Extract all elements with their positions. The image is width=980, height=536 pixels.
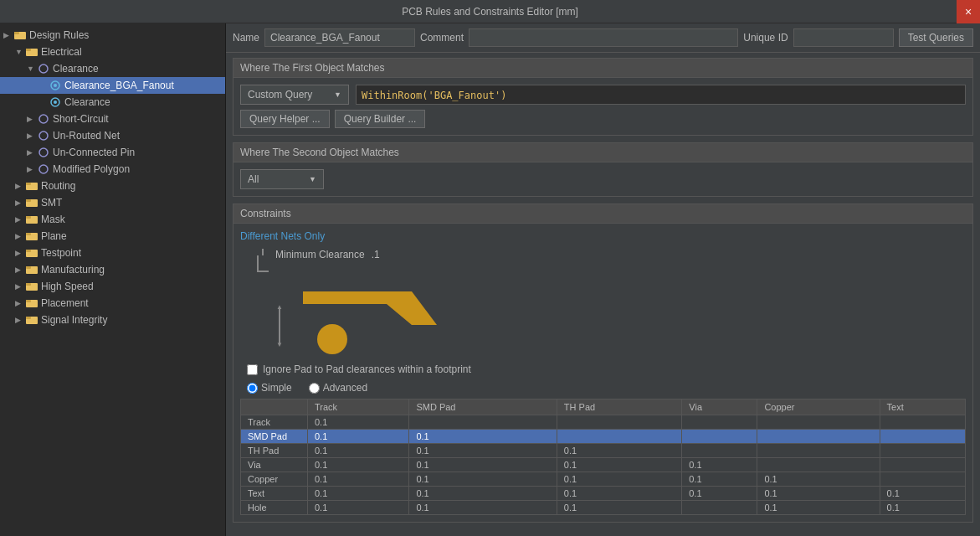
tree-item-clearance-group[interactable]: ▼Clearance [0, 60, 225, 77]
tree-item-modified-polygon[interactable]: ▶Modified Polygon [0, 161, 225, 178]
tree-icon-design-rules [13, 28, 27, 42]
table-header-1: Track [308, 399, 409, 415]
tree-item-clearance-sub[interactable]: Clearance [0, 94, 225, 111]
tree-item-design-rules[interactable]: ▶Design Rules [0, 27, 225, 44]
tree-item-placement[interactable]: ▶Placement [0, 295, 225, 312]
advanced-radio[interactable] [309, 383, 320, 394]
tree-item-mask[interactable]: ▶Mask [0, 211, 225, 228]
comment-input[interactable] [469, 28, 738, 47]
tree-label-manufacturing: Manufacturing [41, 264, 105, 276]
svg-point-11 [39, 148, 48, 157]
tree-item-signal-integrity[interactable]: ▶Signal Integrity [0, 312, 225, 328]
table-cell-4-0: Copper [241, 472, 308, 487]
tree-item-un-routed-net[interactable]: ▶Un-Routed Net [0, 127, 225, 144]
tree-icon-signal-integrity [25, 313, 38, 327]
all-dropdown[interactable]: All ▼ [240, 169, 324, 189]
svg-point-4 [39, 64, 48, 73]
second-object-header: Where The Second Object Matches [233, 143, 972, 162]
tree-arrow-routing: ▶ [15, 182, 25, 190]
svg-point-6 [54, 84, 57, 87]
table-cell-5-6: 0.1 [880, 487, 965, 501]
second-object-section: Where The Second Object Matches All ▼ [233, 142, 973, 197]
svg-rect-14 [26, 183, 31, 185]
table-cell-5-4: 0.1 [682, 487, 757, 501]
tree-item-un-connected-pin[interactable]: ▶Un-Connected Pin [0, 144, 225, 161]
table-cell-6-5: 0.1 [757, 501, 880, 515]
tree-label-clearance-bga-fanout: Clearance_BGA_Fanout [64, 80, 174, 91]
tree-item-high-speed[interactable]: ▶High Speed [0, 278, 225, 295]
tree-arrow-design-rules: ▶ [3, 31, 13, 39]
unique-id-input[interactable] [793, 28, 894, 47]
svg-rect-26 [26, 283, 31, 286]
tree-item-clearance-bga-fanout[interactable]: Clearance_BGA_Fanout [0, 77, 225, 94]
table-cell-4-3: 0.1 [557, 472, 682, 487]
table-cell-4-6 [880, 472, 965, 487]
minimum-clearance-value: .1 [372, 249, 380, 260]
left-panel: ▶Design Rules▼Electrical▼ClearanceCleara… [0, 23, 226, 536]
table-cell-2-0: TH Pad [241, 444, 308, 458]
table-row-6[interactable]: Hole0.10.10.10.10.1 [241, 501, 966, 515]
table-cell-0-4 [682, 415, 757, 430]
tree-item-electrical[interactable]: ▼Electrical [0, 44, 225, 60]
table-cell-1-5 [757, 430, 880, 444]
table-header-2: SMD Pad [409, 399, 557, 415]
unique-id-label: Unique ID [743, 32, 788, 44]
tree-icon-un-routed-net [37, 129, 50, 142]
table-row-0[interactable]: Track0.1 [241, 415, 966, 430]
svg-rect-3 [26, 49, 31, 51]
tree-label-routing: Routing [41, 180, 75, 192]
query-text-display: WithinRoom('BGA_Fanout') [356, 85, 966, 105]
tree-item-smt[interactable]: ▶SMT [0, 194, 225, 211]
right-panel: Name Comment Unique ID Test Queries Wher… [226, 23, 980, 536]
tree-icon-clearance-bga-fanout [49, 79, 62, 92]
advanced-radio-label[interactable]: Advanced [309, 382, 367, 394]
custom-query-dropdown[interactable]: Custom Query ▼ [240, 85, 349, 105]
simple-radio-label[interactable]: Simple [247, 382, 292, 394]
tree-icon-clearance-sub [49, 95, 62, 109]
first-object-header: Where The First Object Matches [233, 59, 972, 78]
tree-item-routing[interactable]: ▶Routing [0, 178, 225, 194]
simple-radio[interactable] [247, 383, 258, 394]
table-row-5[interactable]: Text0.10.10.10.10.10.1 [241, 487, 966, 501]
table-cell-2-5 [757, 444, 880, 458]
window-title: PCB Rules and Constraints Editor [mm] [402, 6, 578, 18]
table-row-4[interactable]: Copper0.10.10.10.10.1 [241, 472, 966, 487]
table-cell-2-2: 0.1 [409, 444, 557, 458]
table-cell-2-4 [682, 444, 757, 458]
table-row-3[interactable]: Via0.10.10.10.1 [241, 458, 966, 472]
tree-arrow-short-circuit: ▶ [27, 115, 37, 123]
tree-label-un-connected-pin: Un-Connected Pin [53, 147, 135, 158]
table-cell-2-3: 0.1 [557, 444, 682, 458]
svg-rect-24 [26, 266, 31, 269]
name-input[interactable] [264, 28, 415, 47]
query-builder-button[interactable]: Query Builder ... [335, 110, 426, 128]
table-cell-3-6 [880, 458, 965, 472]
table-row-1[interactable]: SMD Pad0.10.1 [241, 430, 966, 444]
query-helper-button[interactable]: Query Helper ... [240, 110, 330, 128]
table-cell-0-3 [557, 415, 682, 430]
tree-item-testpoint[interactable]: ▶Testpoint [0, 245, 225, 261]
table-cell-6-2: 0.1 [409, 501, 557, 515]
tree-item-manufacturing[interactable]: ▶Manufacturing [0, 261, 225, 278]
ignore-pad-row: Ignore Pad to Pad clearances within a fo… [247, 363, 966, 375]
tree-label-testpoint: Testpoint [41, 247, 81, 259]
table-cell-0-1: 0.1 [308, 415, 409, 430]
table-cell-5-0: Text [241, 487, 308, 501]
table-cell-1-4 [682, 430, 757, 444]
advanced-label: Advanced [323, 382, 367, 394]
table-row-2[interactable]: TH Pad0.10.10.1 [241, 444, 966, 458]
tree-icon-smt [25, 196, 38, 209]
svg-rect-28 [26, 300, 31, 302]
clearance-table: TrackSMD PadTH PadViaCopperTextTrack0.1S… [240, 399, 966, 515]
tree-item-short-circuit[interactable]: ▶Short-Circuit [0, 111, 225, 127]
table-header-6: Text [880, 399, 965, 415]
tree-arrow-un-connected-pin: ▶ [27, 148, 37, 157]
table-cell-6-6: 0.1 [880, 501, 965, 515]
close-button[interactable]: × [957, 0, 980, 23]
svg-rect-16 [26, 199, 31, 202]
tree-item-plane[interactable]: ▶Plane [0, 228, 225, 245]
table-cell-3-3: 0.1 [557, 458, 682, 472]
ignore-pad-checkbox[interactable] [247, 364, 258, 375]
test-queries-button[interactable]: Test Queries [899, 28, 973, 47]
table-cell-4-4: 0.1 [682, 472, 757, 487]
